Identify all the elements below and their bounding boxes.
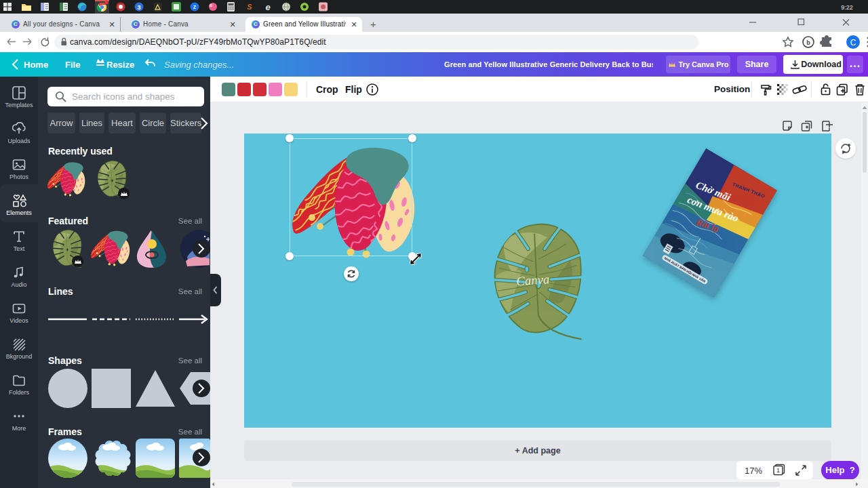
svg-text:1: 1 [776,467,780,474]
svg-text:Z: Z [193,5,197,9]
svg-text:C: C [850,38,856,47]
svg-text:Canva: Canva [516,272,550,288]
svg-text:S: S [247,3,252,11]
svg-text:b: b [806,39,810,46]
svg-text:3: 3 [137,4,140,11]
svg-text:e: e [265,2,270,12]
svg-text:9:22: 9:22 [841,4,853,11]
